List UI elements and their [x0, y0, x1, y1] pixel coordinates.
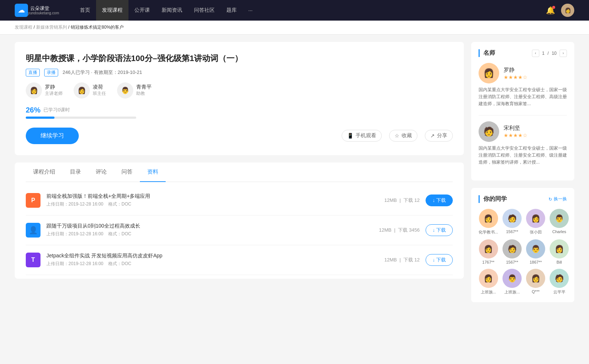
tabs: 课程介绍 目录 评论 问答 资料	[26, 163, 453, 182]
nav-right: 🔔 👩	[546, 4, 574, 17]
breadcrumb-discover[interactable]: 发现课程	[15, 25, 32, 30]
download-button-0[interactable]: ↓ 下载	[426, 195, 453, 206]
classmate-avatar-3: 👨	[550, 209, 569, 228]
download-button-1[interactable]: ↓ 下载	[426, 224, 453, 236]
resource-stats-1: 12MB | 下载 3456	[379, 227, 420, 233]
classmate-name-8: 上班族...	[481, 289, 496, 295]
classmate-avatar-10: 👩	[526, 269, 545, 288]
nav-discover[interactable]: 发现课程	[96, 0, 128, 21]
content-left: 明星中教授课，小学阶段语法100分–强化级第1讲动词（一） 直播 录播 246人…	[15, 42, 464, 302]
resource-meta-2: 上传日期：2019-12-28 16:00 格式：DOC	[46, 261, 378, 267]
course-actions: 继续学习 📱 手机观看 ☆ 收藏 ↗ 分享	[26, 128, 453, 144]
classmates-panel-header: 你的同学 ↻ 换一换	[479, 195, 567, 203]
classmate-6[interactable]: 👨 1867**	[526, 239, 545, 264]
teacher-1: 👩 凌荷 班主任	[74, 82, 106, 99]
classmate-name-10: Q***	[532, 289, 539, 294]
notification-bell[interactable]: 🔔	[546, 6, 555, 15]
classmate-avatar-7: 👩	[550, 239, 569, 258]
classmate-name-6: 1867**	[530, 260, 542, 264]
tabs-section: 课程介绍 目录 评论 问答 资料 P 前端全栈加强版！前端全栈+全周期+多端应用…	[15, 163, 464, 279]
course-card: 明星中教授课，小学阶段语法100分–强化级第1讲动词（一） 直播 录播 246人…	[15, 42, 464, 155]
teacher-2-avatar: 👨	[117, 82, 133, 99]
progress-bar-fill	[26, 117, 54, 119]
star-icon: ☆	[395, 133, 399, 139]
notification-dot	[552, 6, 555, 9]
classmate-avatar-9: 👨	[502, 269, 522, 288]
progress-section: 26% 已学习0课时	[26, 106, 453, 119]
teacher-0-name: 罗静	[45, 84, 63, 90]
teachers-next-button[interactable]: ›	[560, 50, 567, 57]
nav-public[interactable]: 公开课	[128, 0, 156, 21]
nav-quiz[interactable]: 题库	[221, 0, 243, 21]
teacher-card-avatar-0: 👩	[479, 63, 499, 83]
teacher-0-role: 主讲老师	[45, 90, 63, 97]
logo-sub: yundouketang.com	[28, 11, 59, 15]
mobile-watch-label: 手机观看	[356, 132, 376, 139]
favorite-button[interactable]: ☆ 收藏	[389, 130, 417, 142]
resource-info-0: 前端全栈加强版！前端全栈+全周期+多端应用 上传日期：2019-12-28 16…	[46, 193, 378, 207]
right-panel: 名师 ‹ 1 / 10 › 👩 罗静 ★★★★☆	[471, 42, 574, 302]
classmate-4[interactable]: 👩 1767**	[479, 239, 498, 264]
classmate-avatar-6: 👨	[526, 239, 545, 258]
classmate-2[interactable]: 👩 张小田	[526, 209, 545, 235]
nav-qa[interactable]: 问答社区	[188, 0, 221, 21]
tab-resources[interactable]: 资料	[140, 163, 166, 182]
resource-icon-2: T	[26, 253, 40, 267]
tab-intro[interactable]: 课程介绍	[26, 163, 63, 182]
classmate-3[interactable]: 👨 Charles	[550, 209, 569, 235]
nav-news[interactable]: 新闻资讯	[156, 0, 188, 21]
user-avatar[interactable]: 👩	[561, 4, 574, 17]
breadcrumb-series[interactable]: 新媒体营销系列	[36, 25, 67, 30]
teacher-card-name-1: 宋利坚	[504, 125, 528, 132]
teacher-2-name: 青青平	[136, 84, 152, 90]
classmates-panel: 你的同学 ↻ 换一换 👩 化学教书... 🧑 1567**	[471, 188, 574, 302]
progress-bar-bg	[26, 117, 136, 119]
classmate-avatar-5: 🧑	[502, 239, 522, 258]
teachers-prev-button[interactable]: ‹	[532, 50, 539, 57]
tag-record: 录播	[44, 69, 58, 76]
resource-item-1: 👤 跟随千万级项目从0到100全过程高效成长 上传日期：2019-12-28 1…	[26, 215, 453, 245]
navbar: ☁ 云朵课堂 yundouketang.com 首页 发现课程 公开课 新闻资讯…	[0, 0, 589, 21]
course-title: 明星中教授课，小学阶段语法100分–强化级第1讲动词（一）	[26, 53, 453, 64]
resource-stats-2: 12MB | 下载 12	[384, 257, 420, 263]
classmate-0[interactable]: 👩 化学教书...	[479, 209, 498, 235]
teacher-card-1: 🧑 宋利坚 ★★★★☆ 国内某重点大学安全工程专业硕士，国家一级注册消防工程师、…	[479, 121, 567, 166]
tab-catalog[interactable]: 目录	[63, 163, 88, 182]
share-button[interactable]: ↗ 分享	[425, 130, 453, 142]
resource-item-2: T Jetpack全组件实战 开发短视频应用高仿皮皮虾App 上传日期：2019…	[26, 245, 453, 275]
classmate-avatar-1: 🧑	[502, 209, 522, 228]
content-right: 名师 ‹ 1 / 10 › 👩 罗静 ★★★★☆	[471, 42, 574, 302]
classmate-10[interactable]: 👩 Q***	[526, 269, 545, 295]
resource-name-0: 前端全栈加强版！前端全栈+全周期+多端应用	[46, 193, 378, 200]
refresh-classmates-button[interactable]: ↻ 换一换	[549, 196, 567, 202]
nav-home[interactable]: 首页	[74, 0, 96, 21]
classmate-name-1: 1567**	[506, 229, 518, 234]
classmate-avatar-4: 👩	[479, 239, 498, 258]
teacher-card-desc-1: 国内某重点大学安全工程专业硕士，国家一级注册消防工程师、注册安全工程师、级注册建…	[479, 145, 567, 166]
nav-more[interactable]: ···	[243, 0, 259, 21]
classmate-9[interactable]: 👨 上班族...	[502, 269, 522, 295]
mobile-watch-button[interactable]: 📱 手机观看	[342, 130, 382, 142]
teacher-card-stars-0: ★★★★☆	[504, 74, 528, 80]
classmate-avatar-0: 👩	[479, 209, 498, 228]
teacher-divider	[479, 115, 567, 115]
classmate-avatar-2: 👩	[526, 209, 545, 228]
classmate-name-4: 1767**	[482, 260, 494, 264]
breadcrumb-current: 销冠修炼术搞定80%的客户	[71, 25, 124, 30]
resource-name-1: 跟随千万级项目从0到100全过程高效成长	[46, 223, 373, 229]
classmate-7[interactable]: 👩 Bill	[550, 239, 569, 264]
continue-button[interactable]: 继续学习	[26, 128, 79, 144]
course-meta-text: 246人已学习 · 有效期至：2019-10-21	[63, 69, 142, 76]
classmate-5[interactable]: 🧑 1567**	[502, 239, 522, 264]
tag-live: 直播	[26, 69, 40, 76]
classmate-1[interactable]: 🧑 1567**	[502, 209, 522, 235]
tab-review[interactable]: 评论	[88, 163, 114, 182]
classmate-11[interactable]: 🧑 云平平	[550, 269, 569, 295]
classmate-8[interactable]: 👩 上班族...	[479, 269, 498, 295]
logo[interactable]: ☁ 云朵课堂 yundouketang.com	[15, 4, 59, 17]
resource-name-2: Jetpack全组件实战 开发短视频应用高仿皮皮虾App	[46, 253, 378, 259]
download-button-2[interactable]: ↓ 下载	[426, 254, 453, 266]
teacher-0: 👩 罗静 主讲老师	[26, 82, 63, 99]
breadcrumb: 发现课程 / 新媒体营销系列 / 销冠修炼术搞定80%的客户	[0, 21, 589, 35]
tab-qa[interactable]: 问答	[114, 163, 140, 182]
